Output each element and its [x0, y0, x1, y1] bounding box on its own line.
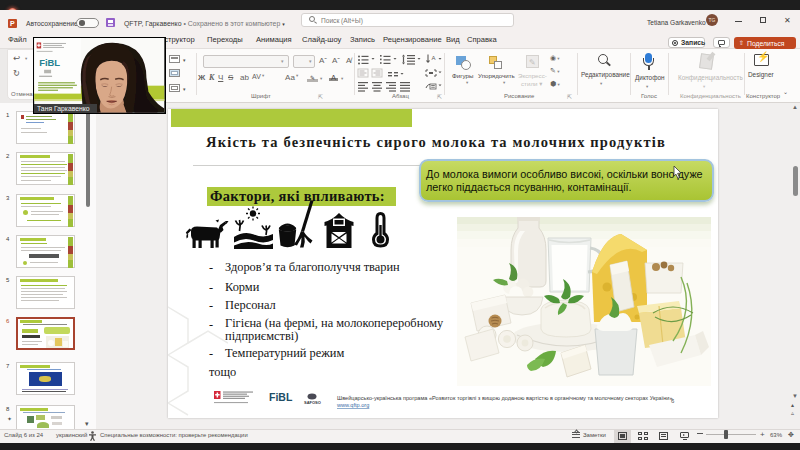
- svg-text:А: А: [432, 55, 436, 61]
- svg-text:www.qftp.org: www.qftp.org: [336, 402, 369, 408]
- svg-text:SAFOSO: SAFOSO: [304, 400, 321, 405]
- svg-text:FiBL: FiBL: [39, 57, 60, 68]
- svg-text:6: 6: [671, 398, 675, 404]
- svg-text:FiBL: FiBL: [269, 391, 293, 403]
- svg-text:Швейцарсько-українська програм: Швейцарсько-українська програма «Розвито…: [337, 395, 675, 401]
